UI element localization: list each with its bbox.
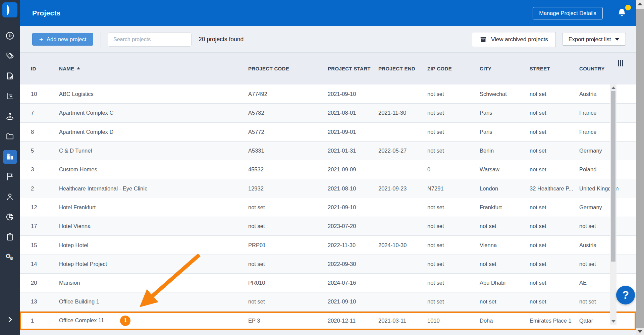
column-header[interactable]: PROJECT START xyxy=(323,66,374,71)
cell-city: Berlin xyxy=(475,148,525,154)
cell-name: Hotep Hotel xyxy=(54,242,244,248)
sidebar-item-site-view[interactable] xyxy=(0,107,20,127)
cell-end: 2021-09-23 xyxy=(374,185,423,192)
cell-city: London xyxy=(475,185,525,192)
sidebar-item-projects[interactable] xyxy=(0,147,20,167)
sidebar-item-documents-folder[interactable] xyxy=(0,127,20,147)
cell-id: 1 xyxy=(26,318,54,324)
toolbar: + Add new project 20 projects found View… xyxy=(20,26,636,53)
view-archived-projects-button[interactable]: View archived projects xyxy=(472,33,555,47)
table-row[interactable]: 5C & D TunnelA53312021-01-312022-05-27no… xyxy=(20,141,636,160)
scroll-up-icon[interactable] xyxy=(611,87,615,89)
cell-city: Frankfurt xyxy=(475,204,525,211)
table-header-row: IDNAMEPROJECT CODEPROJECT STARTPROJECT E… xyxy=(20,53,636,85)
document-sign-icon xyxy=(5,71,14,82)
table-row[interactable]: 12Hotel Frankfurtnot set2021-09-10not se… xyxy=(20,198,636,217)
cell-city: Vienna xyxy=(475,242,525,248)
cell-code: not set xyxy=(244,261,323,267)
table-row[interactable]: 14Hotep Hotel Projectnot set2022-09-30no… xyxy=(20,255,636,273)
page-scroll-up-icon[interactable] xyxy=(638,3,642,5)
projects-page: ⚙⚙ Projects Manage Project Details + Add… xyxy=(0,0,644,335)
cell-id: 8 xyxy=(26,129,54,135)
column-header[interactable]: ZIP CODE xyxy=(423,66,475,71)
app-logo[interactable] xyxy=(2,2,17,17)
table-scrollbar-thumb[interactable] xyxy=(611,91,615,262)
sort-asc-icon xyxy=(77,67,80,69)
cell-zip: not set xyxy=(423,280,475,286)
page-scrollbar[interactable] xyxy=(636,0,644,335)
column-header[interactable]: ID xyxy=(26,66,54,71)
column-header[interactable]: CITY xyxy=(475,66,525,71)
cell-zip: not set xyxy=(423,110,475,116)
add-new-project-button[interactable]: + Add new project xyxy=(32,33,93,46)
notification-badge-dot xyxy=(625,5,631,10)
table-row[interactable]: 10ABC LogisticsA774922021-09-10not setSc… xyxy=(20,85,636,103)
cell-street: not set xyxy=(525,110,575,116)
cell-code: 45532 xyxy=(244,166,323,173)
cell-zip: not set xyxy=(423,242,475,248)
table-row[interactable]: 7Apartment Complex CA57822021-08-012021-… xyxy=(20,103,636,122)
sidebar-nav: ⚙⚙ xyxy=(0,26,20,268)
cell-city: Schwechat xyxy=(475,91,525,97)
cell-name: Office Complex 111 xyxy=(54,316,244,326)
cell-name: Apartment Complex D xyxy=(54,129,244,135)
sidebar-item-sign-documents[interactable] xyxy=(0,66,20,87)
column-header[interactable]: NAME xyxy=(54,66,244,71)
help-button[interactable]: ? xyxy=(616,286,635,304)
sidebar-item-checklists[interactable] xyxy=(0,227,20,247)
cell-name: Healthcare International - Eye Clinic xyxy=(54,185,244,192)
toolbar-divider xyxy=(555,32,556,47)
cell-id: 14 xyxy=(26,261,54,267)
table-row[interactable]: 2Healthcare International - Eye Clinic12… xyxy=(20,179,636,198)
column-header[interactable]: PROJECT CODE xyxy=(244,66,323,71)
cell-start: 2021-09-01 xyxy=(323,129,374,135)
sidebar-item-tags[interactable] xyxy=(0,46,20,66)
flag-icon xyxy=(5,172,14,182)
sidebar-item-analytics-pie[interactable] xyxy=(0,207,20,227)
person-location-icon xyxy=(5,112,14,122)
export-project-list-button[interactable]: Export project list xyxy=(562,33,626,46)
page-scroll-down-icon[interactable] xyxy=(638,330,642,333)
table-scrollbar[interactable] xyxy=(610,85,616,325)
sidebar-item-milestones-flag[interactable] xyxy=(0,167,20,187)
sidebar-expand-button[interactable] xyxy=(0,310,20,330)
scroll-down-icon[interactable] xyxy=(611,320,615,323)
column-header[interactable]: STREET xyxy=(525,66,575,71)
table-row-highlighted[interactable]: 1Office Complex 111EP 32020-12-112021-03… xyxy=(20,311,636,330)
cell-id: 2 xyxy=(26,185,54,192)
cell-street: not set xyxy=(525,242,575,248)
table-body: 10ABC LogisticsA774922021-09-10not setSc… xyxy=(20,85,636,330)
sidebar-item-reports-chart[interactable] xyxy=(0,87,20,107)
manage-project-details-button[interactable]: Manage Project Details xyxy=(533,7,603,19)
cell-street: not set xyxy=(525,129,575,135)
add-new-project-label: Add new project xyxy=(47,36,86,43)
cell-street: not set xyxy=(525,298,575,305)
table-row[interactable]: 13Office Building 1not set2021-09-10not … xyxy=(20,292,636,311)
column-settings-icon[interactable] xyxy=(618,60,623,66)
sidebar-item-settings[interactable]: ⚙⚙ xyxy=(0,247,20,268)
cell-id: 13 xyxy=(26,298,54,305)
cell-code: 12932 xyxy=(244,185,323,192)
cell-street: not set xyxy=(525,261,575,267)
table-row[interactable]: 15Hotep HotelPRP012022-11-302024-10-30no… xyxy=(20,235,636,254)
page-scrollbar-thumb[interactable] xyxy=(636,9,644,328)
table-row[interactable]: 20MansionPR0102024-07-16not setAbu Dhabi… xyxy=(20,273,636,292)
cell-zip: 1010 xyxy=(423,318,475,324)
sidebar-item-users[interactable] xyxy=(0,187,20,207)
cell-zip: not set xyxy=(423,91,475,97)
notifications-button[interactable] xyxy=(615,5,631,20)
table-row[interactable]: 17Hotel Viennanot set2023-07-20not setno… xyxy=(20,217,636,235)
table-row[interactable]: 8Apartment Complex DA57722021-09-01not s… xyxy=(20,122,636,141)
tags-icon xyxy=(5,51,14,62)
cell-id: 15 xyxy=(26,242,54,248)
column-header[interactable]: PROJECT END xyxy=(374,66,423,71)
cell-name: Hotel Vienna xyxy=(54,223,244,229)
cell-zip: not set xyxy=(423,148,475,154)
cell-street: 32 Healthcare P... xyxy=(525,185,575,192)
search-input[interactable] xyxy=(108,33,192,47)
cell-end: 2024-10-30 xyxy=(374,242,423,248)
table-row[interactable]: 3Custom Homes455322021-09-090Warsawnot s… xyxy=(20,160,636,179)
cell-start: 2022-09-30 xyxy=(323,261,374,267)
sidebar-item-dashboard[interactable] xyxy=(0,26,20,46)
column-header[interactable]: COUNTRY xyxy=(575,66,622,71)
